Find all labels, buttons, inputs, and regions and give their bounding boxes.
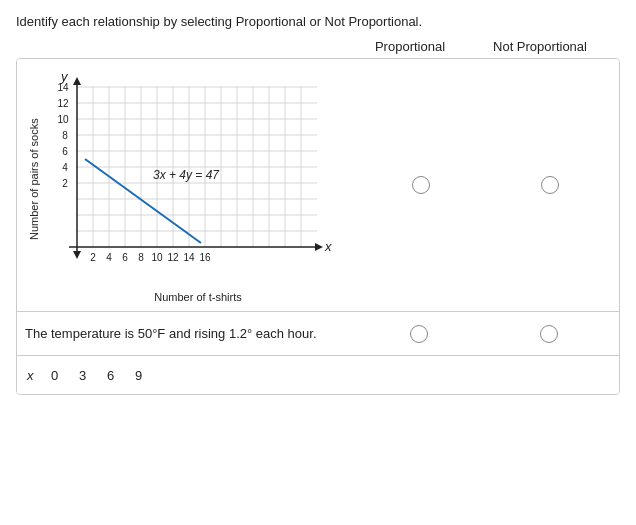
- temp-text: The temperature is 50°F and rising 1.2° …: [17, 316, 359, 351]
- graph-wrapper: Number of pairs of socks y: [25, 69, 353, 303]
- graph-row: Number of pairs of socks y: [17, 59, 619, 312]
- xval-3: 9: [128, 368, 150, 383]
- graph-not-proportional-radio[interactable]: [541, 176, 559, 194]
- svg-text:2: 2: [90, 252, 96, 263]
- instruction-text: Identify each relationship by selecting …: [16, 14, 620, 29]
- graph-svg: y: [43, 69, 353, 289]
- svg-marker-28: [315, 243, 323, 251]
- svg-text:6: 6: [62, 146, 68, 157]
- svg-text:10: 10: [57, 114, 69, 125]
- svg-text:10: 10: [151, 252, 163, 263]
- svg-text:12: 12: [167, 252, 179, 263]
- header-proportional: Proportional: [350, 39, 470, 54]
- svg-text:3x + 4y = 47: 3x + 4y = 47: [153, 168, 220, 182]
- y-axis-label: Number of pairs of socks: [25, 69, 43, 289]
- svg-text:4: 4: [106, 252, 112, 263]
- x-axis-label: Number of t-shirts: [154, 291, 241, 303]
- temp-row: The temperature is 50°F and rising 1.2° …: [17, 312, 619, 356]
- graph-proportional-radio[interactable]: [412, 176, 430, 194]
- main-table: Number of pairs of socks y: [16, 58, 620, 395]
- xvalues-row: x 0 3 6 9: [17, 356, 619, 394]
- page-container: Identify each relationship by selecting …: [0, 0, 636, 405]
- graph-cell: Number of pairs of socks y: [17, 59, 361, 311]
- xval-2: 6: [100, 368, 122, 383]
- svg-text:x: x: [324, 239, 332, 254]
- svg-text:4: 4: [62, 162, 68, 173]
- xval-0: 0: [44, 368, 66, 383]
- svg-text:16: 16: [199, 252, 211, 263]
- svg-marker-27: [73, 77, 81, 85]
- temp-proportional-radio-cell: [359, 325, 479, 343]
- graph-proportional-radio-cell: [361, 176, 480, 194]
- temp-proportional-radio[interactable]: [410, 325, 428, 343]
- temp-label: The temperature is 50°F and rising 1.2° …: [25, 326, 317, 341]
- header-not-proportional: Not Proportional: [470, 39, 610, 54]
- svg-text:8: 8: [62, 130, 68, 141]
- svg-marker-29: [73, 251, 81, 259]
- svg-text:14: 14: [183, 252, 195, 263]
- xval-1: 3: [72, 368, 94, 383]
- graph-not-proportional-radio-cell: [480, 176, 619, 194]
- temp-not-proportional-radio[interactable]: [540, 325, 558, 343]
- x-label: x: [27, 368, 34, 383]
- svg-text:14: 14: [57, 82, 69, 93]
- xvalues-cell: x 0 3 6 9: [17, 360, 160, 391]
- svg-text:2: 2: [62, 178, 68, 189]
- svg-text:8: 8: [138, 252, 144, 263]
- column-headers: Proportional Not Proportional: [16, 39, 620, 54]
- graph-inner: y: [43, 69, 353, 303]
- svg-text:6: 6: [122, 252, 128, 263]
- svg-text:12: 12: [57, 98, 69, 109]
- temp-not-proportional-radio-cell: [479, 325, 619, 343]
